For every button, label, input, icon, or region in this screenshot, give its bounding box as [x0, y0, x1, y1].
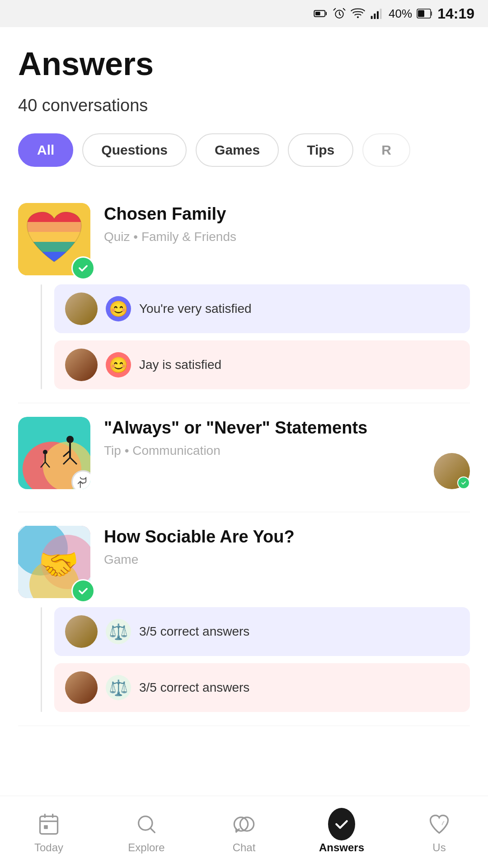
avatar-jay-sociable	[65, 671, 98, 704]
status-time: 14:19	[437, 5, 474, 22]
response-row-1: 😊 You're very satisfied	[54, 284, 470, 333]
nav-item-explore[interactable]: Explore	[98, 811, 195, 854]
card-header-always-never: "Always" or "Never" Statements Tip • Com…	[18, 417, 470, 489]
main-content: Answers 40 conversations All Questions G…	[0, 27, 488, 798]
card-title-chosen-family: Chosen Family	[104, 203, 470, 225]
svg-rect-4	[371, 16, 373, 19]
svg-rect-1	[315, 12, 320, 15]
nav-label-today: Today	[34, 841, 63, 854]
card-subtitle-how-sociable: Game	[104, 552, 470, 567]
svg-rect-6	[377, 11, 379, 19]
svg-rect-35	[40, 816, 58, 834]
svg-rect-9	[418, 10, 424, 17]
page-title: Answers	[18, 45, 470, 82]
svg-rect-13	[25, 232, 84, 242]
calendar-icon	[35, 811, 62, 838]
nav-label-explore: Explore	[128, 841, 164, 854]
status-icons: 40% 14:19	[314, 5, 474, 22]
card-info-always-never: "Always" or "Never" Statements Tip • Com…	[104, 417, 420, 458]
right-avatar-container	[434, 453, 470, 489]
card-info-chosen-family: Chosen Family Quiz • Family & Friends	[104, 203, 470, 244]
conversation-list: Chosen Family Quiz • Family & Friends 😊 …	[18, 189, 470, 726]
signal-icon	[370, 6, 384, 21]
status-bar: 40% 14:19	[0, 0, 488, 27]
nav-label-us: Us	[432, 841, 446, 854]
alarm-icon	[333, 7, 346, 20]
card-header-how-sociable: 🤝 How Sociable Are You? Game	[18, 526, 470, 598]
response-row-sociable-2: ⚖️ 3/5 correct answers	[54, 663, 470, 712]
svg-rect-36	[44, 825, 48, 829]
filter-tabs: All Questions Games Tips R	[18, 133, 470, 167]
bottom-nav: Today Explore Chat	[0, 796, 488, 868]
nav-item-us[interactable]: Us	[390, 811, 488, 854]
thumbnail-always-never	[18, 417, 90, 489]
svg-text:🤝: 🤝	[38, 545, 79, 584]
svg-point-3	[357, 16, 359, 18]
filter-tab-games[interactable]: Games	[196, 133, 279, 167]
heart-icon	[426, 811, 453, 838]
card-subtitle-chosen-family: Quiz • Family & Friends	[104, 230, 470, 244]
response-text-sociable-1: 3/5 correct answers	[139, 624, 249, 639]
response-rows-how-sociable: ⚖️ 3/5 correct answers ⚖️ 3/5 correct an…	[54, 607, 470, 712]
avatar-user-1	[65, 292, 98, 325]
conversation-card-chosen-family[interactable]: Chosen Family Quiz • Family & Friends 😊 …	[18, 189, 470, 403]
battery-full-icon	[417, 7, 433, 20]
response-text-2: Jay is satisfied	[139, 358, 221, 372]
battery-percent: 40%	[389, 7, 412, 21]
nav-item-chat[interactable]: Chat	[195, 811, 293, 854]
svg-rect-5	[374, 14, 375, 19]
response-row-sociable-1: ⚖️ 3/5 correct answers	[54, 607, 470, 656]
right-avatar-badge	[457, 476, 470, 489]
nav-item-today[interactable]: Today	[0, 811, 98, 854]
filter-tab-tips[interactable]: Tips	[288, 133, 353, 167]
avatar-user-sociable-1	[65, 615, 98, 648]
search-icon	[133, 811, 160, 838]
answers-icon	[328, 811, 355, 838]
svg-rect-7	[380, 9, 382, 19]
chat-icon	[230, 811, 258, 838]
battery-icon	[314, 6, 328, 21]
card-info-how-sociable: How Sociable Are You? Game	[104, 526, 470, 567]
conversation-count: 40 conversations	[18, 96, 470, 115]
response-emoji-sociable-2: ⚖️	[106, 675, 131, 700]
avatar-jay	[65, 349, 98, 381]
nav-label-chat: Chat	[233, 841, 256, 854]
thumbnail-how-sociable: 🤝	[18, 526, 90, 598]
chosen-family-badge	[71, 256, 95, 280]
response-emoji-sociable-1: ⚖️	[106, 619, 131, 644]
svg-point-21	[66, 436, 74, 443]
card-header: Chosen Family Quiz • Family & Friends	[18, 203, 470, 275]
response-emoji-2: 😊	[106, 352, 131, 377]
card-title-how-sociable: How Sociable Are You?	[104, 526, 470, 548]
nav-label-answers: Answers	[319, 841, 364, 854]
thumbnail-chosen-family	[18, 203, 90, 275]
svg-point-26	[43, 450, 47, 454]
response-row-2: 😊 Jay is satisfied	[54, 340, 470, 389]
svg-rect-12	[25, 222, 84, 232]
svg-point-37	[139, 816, 152, 830]
filter-tab-all[interactable]: All	[18, 133, 73, 167]
how-sociable-badge	[71, 579, 95, 603]
response-text-1: You're very satisfied	[139, 302, 252, 316]
filter-tab-more[interactable]: R	[362, 133, 410, 167]
card-subtitle-always-never: Tip • Communication	[104, 443, 420, 458]
card-title-always-never: "Always" or "Never" Statements	[104, 417, 420, 439]
wifi-icon	[351, 6, 365, 21]
conversation-card-always-never[interactable]: "Always" or "Never" Statements Tip • Com…	[18, 403, 470, 512]
response-emoji-1: 😊	[106, 296, 131, 321]
conversation-card-how-sociable[interactable]: 🤝 How Sociable Are You? Game	[18, 512, 470, 726]
response-rows-chosen-family: 😊 You're very satisfied 😊 Jay is satisfi…	[54, 284, 470, 389]
nav-item-answers[interactable]: Answers	[293, 811, 390, 854]
response-text-sociable-2: 3/5 correct answers	[139, 680, 249, 695]
filter-tab-questions[interactable]: Questions	[82, 133, 187, 167]
